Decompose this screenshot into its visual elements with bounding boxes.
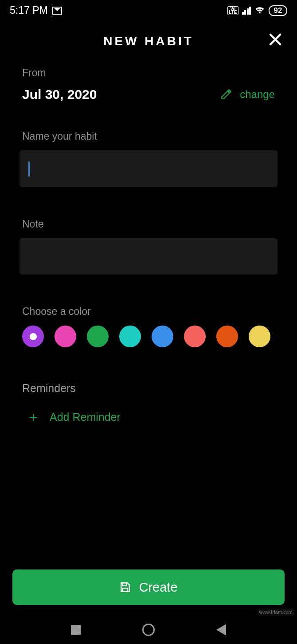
color-option-0[interactable] <box>22 326 44 347</box>
change-label: change <box>240 88 275 101</box>
color-option-1[interactable] <box>55 326 76 347</box>
mail-icon <box>52 7 62 15</box>
app-header: NEW HABIT <box>0 20 297 61</box>
name-label: Name your habit <box>22 130 275 142</box>
note-label: Note <box>22 218 275 230</box>
color-option-2[interactable] <box>87 326 109 347</box>
color-option-4[interactable] <box>152 326 173 347</box>
home-button[interactable] <box>142 624 155 636</box>
from-row: Jul 30, 2020 change <box>22 87 275 102</box>
pencil-icon <box>220 89 232 100</box>
status-bar: 5:17 PM VoLTE 92 <box>0 0 297 20</box>
recents-button[interactable] <box>71 625 81 635</box>
add-reminder-button[interactable]: ＋ Add Reminder <box>27 408 275 426</box>
color-option-6[interactable] <box>216 326 238 347</box>
battery-icon: 92 <box>269 5 287 16</box>
color-picker <box>9 326 275 347</box>
android-navbar <box>0 616 297 644</box>
save-icon <box>119 581 131 593</box>
color-option-3[interactable] <box>119 326 141 347</box>
volte-icon: VoLTE <box>227 6 238 15</box>
color-option-7[interactable] <box>249 326 270 347</box>
close-button[interactable] <box>269 32 282 49</box>
color-label: Choose a color <box>22 306 275 318</box>
status-time: 5:17 PM <box>10 4 48 16</box>
reminders-label: Reminders <box>22 382 275 395</box>
status-right: VoLTE 92 <box>227 5 287 16</box>
color-option-5[interactable] <box>184 326 206 347</box>
wifi-icon <box>254 5 265 16</box>
watermark: www.frfam.com <box>258 609 294 616</box>
change-date-button[interactable]: change <box>220 88 275 101</box>
from-label: From <box>22 67 275 79</box>
text-caret <box>28 161 30 177</box>
add-reminder-label: Add Reminder <box>50 411 121 424</box>
signal-icon <box>242 7 251 15</box>
create-button[interactable]: Create <box>12 569 285 605</box>
note-input[interactable] <box>20 238 277 275</box>
plus-icon: ＋ <box>27 408 40 426</box>
create-label: Create <box>139 580 177 595</box>
status-left: 5:17 PM <box>10 4 62 16</box>
back-button[interactable] <box>216 624 226 636</box>
form-content: From Jul 30, 2020 change Name your habit… <box>0 67 297 426</box>
habit-name-input[interactable] <box>20 150 277 187</box>
page-title: NEW HABIT <box>103 34 194 48</box>
from-date: Jul 30, 2020 <box>22 87 97 102</box>
